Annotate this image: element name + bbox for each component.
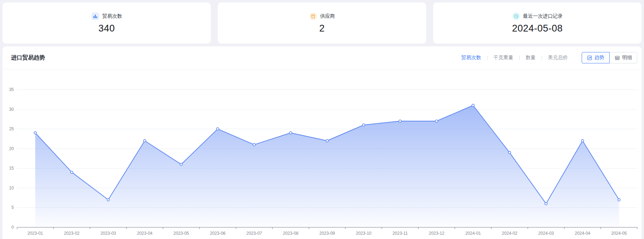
svg-text:35: 35: [9, 87, 14, 92]
tab-kg-weight[interactable]: 千克重量: [487, 55, 519, 61]
metric-tabs: 贸易次数 千克重量 数量 美元总价: [455, 55, 574, 61]
svg-text:2023-07: 2023-07: [246, 231, 262, 236]
stat-value-latest-import: 2024-05-08: [512, 23, 563, 34]
svg-text:20: 20: [9, 146, 14, 151]
tab-quantity[interactable]: 数量: [520, 55, 542, 61]
svg-text:2023-05: 2023-05: [173, 231, 189, 236]
stat-card-trade-count: 贸易次数 340: [2, 2, 211, 44]
tab-trade-count[interactable]: 贸易次数: [455, 55, 487, 61]
stat-label-trade-count: 贸易次数: [102, 13, 122, 19]
stat-cards-row: 贸易次数 340 供应商 2 最近一次进口记录 2024-05-08: [2, 2, 642, 44]
stat-card-latest-import: 最近一次进口记录 2024-05-08: [433, 2, 642, 44]
svg-text:2024-02: 2024-02: [502, 231, 517, 236]
svg-text:2023-03: 2023-03: [100, 231, 116, 236]
svg-text:2024-04: 2024-04: [575, 231, 590, 236]
svg-text:30: 30: [9, 107, 14, 112]
detail-view-label: 明细: [622, 55, 632, 61]
stat-value-suppliers: 2: [319, 23, 325, 34]
svg-text:2023-06: 2023-06: [210, 231, 225, 236]
svg-text:0: 0: [11, 225, 14, 230]
stat-label-suppliers: 供应商: [320, 13, 335, 19]
trend-panel: 进口贸易趋势 贸易次数 千克重量 数量 美元总价 趋势: [2, 46, 642, 239]
svg-text:2023-11: 2023-11: [392, 231, 408, 236]
svg-text:2023-01: 2023-01: [27, 231, 43, 236]
view-toggle: 趋势 明细: [582, 52, 637, 63]
trend-view-button[interactable]: 趋势: [582, 52, 610, 63]
trend-area-chart: 051015202530352023-012023-022023-032023-…: [2, 69, 642, 239]
trend-view-label: 趋势: [594, 55, 604, 61]
svg-text:25: 25: [9, 126, 14, 131]
stat-label-latest-import: 最近一次进口记录: [523, 13, 563, 19]
stat-card-suppliers: 供应商 2: [218, 2, 426, 44]
bar-chart-icon: [91, 12, 99, 20]
svg-text:2023-12: 2023-12: [429, 231, 444, 236]
svg-text:15: 15: [9, 166, 14, 171]
svg-text:5: 5: [11, 205, 14, 210]
panel-title: 进口贸易趋势: [11, 54, 45, 62]
clock-icon: [512, 12, 520, 20]
svg-text:2023-08: 2023-08: [283, 231, 298, 236]
detail-view-button[interactable]: 明细: [610, 52, 637, 63]
svg-text:2024-01: 2024-01: [465, 231, 481, 236]
shop-icon: [309, 12, 317, 20]
svg-text:10: 10: [9, 186, 14, 190]
trend-icon: [587, 55, 592, 61]
tab-usd-total[interactable]: 美元总价: [542, 55, 574, 61]
svg-text:2023-10: 2023-10: [356, 231, 371, 236]
stat-value-trade-count: 340: [98, 23, 115, 34]
svg-text:2023-09: 2023-09: [319, 231, 335, 236]
table-icon: [615, 55, 620, 61]
trend-panel-header: 进口贸易趋势 贸易次数 千克重量 数量 美元总价 趋势: [2, 46, 642, 69]
svg-text:2023-04: 2023-04: [137, 231, 152, 236]
svg-text:2023-02: 2023-02: [64, 231, 79, 236]
svg-text:2024-03: 2024-03: [538, 231, 554, 236]
svg-text:2024-05: 2024-05: [611, 231, 627, 236]
